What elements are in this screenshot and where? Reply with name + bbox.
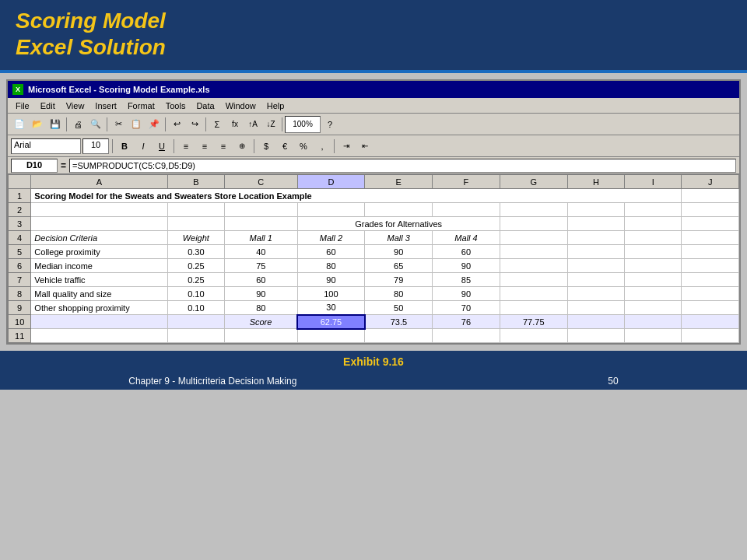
menu-data[interactable]: Data: [191, 100, 219, 111]
cell-b5[interactable]: 0.30: [167, 245, 224, 259]
cell-c9[interactable]: 80: [225, 301, 297, 315]
help-icon[interactable]: ?: [321, 116, 338, 133]
cell-g7[interactable]: [500, 273, 567, 287]
col-header-b[interactable]: B: [167, 175, 224, 189]
font-size-box[interactable]: 10: [82, 138, 109, 154]
cell-h6[interactable]: [567, 259, 624, 273]
menu-help[interactable]: Help: [262, 100, 289, 111]
cell-c11[interactable]: [225, 329, 297, 343]
cell-g10[interactable]: 77.75: [500, 315, 567, 329]
copy-button[interactable]: 📋: [128, 116, 145, 133]
cell-d8[interactable]: 100: [297, 287, 365, 301]
undo-button[interactable]: ↩: [168, 116, 185, 133]
cell-f10[interactable]: 76: [433, 315, 500, 329]
cell-d5[interactable]: 60: [297, 245, 365, 259]
cell-d11[interactable]: [297, 329, 365, 343]
cell-a1[interactable]: Scoring Model for the Sweats and Sweater…: [31, 189, 682, 203]
sigma-button[interactable]: Σ: [209, 116, 226, 133]
cell-i7[interactable]: [625, 273, 682, 287]
align-right-button[interactable]: ≡: [215, 138, 232, 155]
merge-center-button[interactable]: ⊕: [233, 138, 251, 155]
sort-desc-button[interactable]: ↓Z: [262, 116, 279, 133]
cell-j5[interactable]: [682, 245, 739, 259]
cell-i6[interactable]: [625, 259, 682, 273]
underline-button[interactable]: U: [153, 138, 170, 155]
cell-g11[interactable]: [500, 329, 567, 343]
col-header-d[interactable]: D: [297, 175, 365, 189]
cell-b11[interactable]: [167, 329, 224, 343]
cell-d9[interactable]: 30: [297, 301, 365, 315]
col-header-c[interactable]: C: [225, 175, 297, 189]
align-center-button[interactable]: ≡: [196, 138, 213, 155]
font-name-box[interactable]: Arial: [11, 138, 81, 154]
indent-more-button[interactable]: ⇥: [338, 138, 355, 155]
menu-format[interactable]: Format: [123, 100, 160, 111]
cell-b2[interactable]: [167, 203, 224, 217]
cell-f4[interactable]: Mall 4: [433, 231, 500, 245]
euro-button[interactable]: €: [276, 138, 293, 155]
fx-button[interactable]: fx: [226, 116, 244, 133]
cell-h7[interactable]: [567, 273, 624, 287]
cell-c10[interactable]: Score: [225, 315, 297, 329]
cell-h9[interactable]: [567, 301, 624, 315]
cell-j11[interactable]: [682, 329, 739, 343]
cell-f9[interactable]: 70: [433, 301, 500, 315]
cell-f11[interactable]: [433, 329, 500, 343]
cell-i8[interactable]: [625, 287, 682, 301]
cell-a9[interactable]: Other shopping proximity: [31, 301, 167, 315]
cell-g8[interactable]: [500, 287, 567, 301]
menu-edit[interactable]: Edit: [36, 100, 60, 111]
menu-view[interactable]: View: [61, 100, 89, 111]
cell-a4[interactable]: Decision Criteria: [31, 231, 167, 245]
cell-a8[interactable]: Mall quality and size: [31, 287, 167, 301]
cell-e9[interactable]: 50: [365, 301, 433, 315]
cell-c6[interactable]: 75: [225, 259, 297, 273]
cell-b7[interactable]: 0.25: [167, 273, 224, 287]
cell-i4[interactable]: [625, 231, 682, 245]
cell-a6[interactable]: Median income: [31, 259, 167, 273]
cell-d7[interactable]: 90: [297, 273, 365, 287]
cell-i10[interactable]: [625, 315, 682, 329]
cell-c3[interactable]: [225, 217, 297, 231]
cell-i11[interactable]: [625, 329, 682, 343]
cell-e5[interactable]: 90: [365, 245, 433, 259]
cell-e4[interactable]: Mall 3: [365, 231, 433, 245]
menu-insert[interactable]: Insert: [90, 100, 121, 111]
cell-a7[interactable]: Vehicle traffic: [31, 273, 167, 287]
cell-j6[interactable]: [682, 259, 739, 273]
cell-d10[interactable]: 62.75: [297, 315, 365, 329]
cell-c2[interactable]: [225, 203, 297, 217]
cell-i2[interactable]: [625, 203, 682, 217]
col-header-e[interactable]: E: [365, 175, 433, 189]
cell-c7[interactable]: 60: [225, 273, 297, 287]
cell-a2[interactable]: [31, 203, 167, 217]
cell-h10[interactable]: [567, 315, 624, 329]
col-header-i[interactable]: I: [625, 175, 682, 189]
col-header-j[interactable]: J: [682, 175, 739, 189]
cell-a5[interactable]: College proximity: [31, 245, 167, 259]
cell-f2[interactable]: [433, 203, 500, 217]
cell-c8[interactable]: 90: [225, 287, 297, 301]
menu-window[interactable]: Window: [221, 100, 261, 111]
cell-g5[interactable]: [500, 245, 567, 259]
currency-button[interactable]: $: [258, 138, 275, 155]
cell-h8[interactable]: [567, 287, 624, 301]
cell-j2[interactable]: [682, 203, 739, 217]
cell-h2[interactable]: [567, 203, 624, 217]
cell-j9[interactable]: [682, 301, 739, 315]
cell-e8[interactable]: 80: [365, 287, 433, 301]
cell-d6[interactable]: 80: [297, 259, 365, 273]
paste-button[interactable]: 📌: [146, 116, 163, 133]
redo-button[interactable]: ↪: [186, 116, 203, 133]
cell-e11[interactable]: [365, 329, 433, 343]
percent-button[interactable]: %: [295, 138, 312, 155]
cell-b8[interactable]: 0.10: [167, 287, 224, 301]
cell-h4[interactable]: [567, 231, 624, 245]
bold-button[interactable]: B: [116, 138, 133, 155]
cell-b6[interactable]: 0.25: [167, 259, 224, 273]
cell-h5[interactable]: [567, 245, 624, 259]
cell-f8[interactable]: 90: [433, 287, 500, 301]
cell-g3[interactable]: [500, 217, 567, 231]
italic-button[interactable]: I: [135, 138, 152, 155]
formula-input[interactable]: =SUMPRODUCT(C5:C9,D5:D9): [69, 159, 736, 173]
